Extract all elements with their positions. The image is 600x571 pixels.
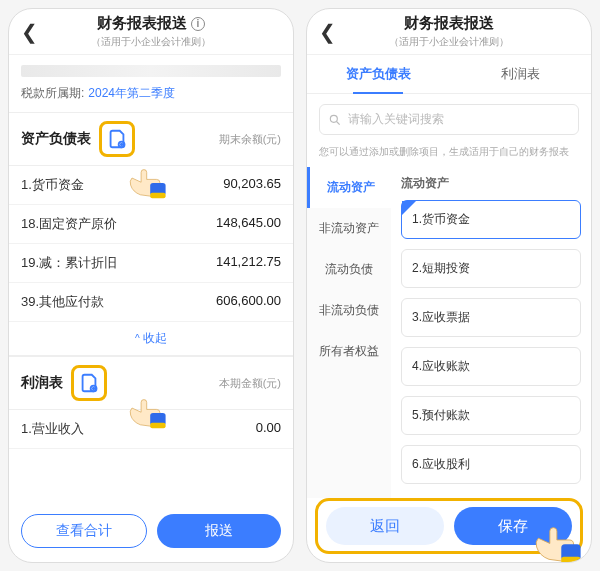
submit-button[interactable]: 报送 [157,514,281,548]
page-subtitle: （适用于小企业会计准则） [91,35,211,49]
info-icon[interactable]: i [191,17,205,31]
svg-point-6 [330,115,337,122]
page-title: 财务报表报送 i [97,14,205,33]
collapse-toggle[interactable]: ^ 收起 [9,322,293,356]
option-item[interactable]: 3.应收票据 [401,298,581,337]
phone-right: ❮ 财务报表报送 （适用于小企业会计准则） 资产负债表 利润表 请输入关键词搜索… [306,8,592,563]
back-icon[interactable]: ❮ [21,20,38,44]
page-subtitle: （适用于小企业会计准则） [389,35,509,49]
svg-rect-8 [561,544,580,560]
profit-title: 利润表 [21,374,63,392]
group-title: 流动资产 [391,169,591,200]
category-item[interactable]: 流动资产 [307,167,391,208]
edit-balance-icon[interactable] [99,121,135,157]
profit-header: 利润表 本期金额(元) [9,356,293,410]
bottom-bar: 查看合计 报送 [9,504,293,562]
edit-profit-icon[interactable] [71,365,107,401]
view-total-button[interactable]: 查看合计 [21,514,147,548]
table-row: 39.其他应付款606,600.00 [9,283,293,322]
option-item[interactable]: 2.短期投资 [401,249,581,288]
balance-col-head: 期末余额(元) [219,132,281,147]
search-input[interactable]: 请输入关键词搜索 [319,104,579,135]
category-item[interactable]: 非流动负债 [307,290,391,331]
balance-sheet-title: 资产负债表 [21,130,91,148]
table-row: 1.货币资金90,203.65 [9,166,293,205]
category-item[interactable]: 所有者权益 [307,331,391,372]
table-row: 1.营业收入0.00 [9,410,293,449]
option-item[interactable]: 5.预付账款 [401,396,581,435]
page-title: 财务报表报送 [404,14,494,33]
profit-col-head: 本期金额(元) [219,376,281,391]
header: ❮ 财务报表报送 （适用于小企业会计准则） [307,9,591,55]
tax-period: 税款所属期:2024年第二季度 [9,81,293,112]
option-item[interactable]: 4.应收账款 [401,347,581,386]
action-highlight: 返回 保存 [315,498,583,554]
category-nav: 流动资产非流动资产流动负债非流动负债所有者权益 [307,167,391,498]
phone-left: ❮ 财务报表报送 i （适用于小企业会计准则） 税款所属期:2024年第二季度 … [8,8,294,563]
svg-rect-9 [561,557,580,563]
search-icon [328,113,342,127]
category-item[interactable]: 非流动资产 [307,208,391,249]
back-icon[interactable]: ❮ [319,20,336,44]
svg-line-7 [337,121,340,124]
tabs: 资产负债表 利润表 [307,55,591,94]
table-row: 19.减：累计折旧141,212.75 [9,244,293,283]
save-button[interactable]: 保存 [454,507,572,545]
tab-profit[interactable]: 利润表 [449,55,591,93]
hint-text: 您可以通过添加或删除项目，生成适用于自己的财务报表 [307,145,591,167]
redacted-company [21,65,281,77]
back-button[interactable]: 返回 [326,507,444,545]
balance-sheet-header: 资产负债表 期末余额(元) [9,112,293,166]
option-item[interactable]: 1.货币资金 [401,200,581,239]
header: ❮ 财务报表报送 i （适用于小企业会计准则） [9,9,293,55]
category-item[interactable]: 流动负债 [307,249,391,290]
tab-balance-sheet[interactable]: 资产负债表 [307,55,449,93]
table-row: 18.固定资产原价148,645.00 [9,205,293,244]
search-placeholder: 请输入关键词搜索 [348,111,444,128]
option-item[interactable]: 6.应收股利 [401,445,581,484]
option-list: 流动资产 1.货币资金2.短期投资3.应收票据4.应收账款5.预付账款6.应收股… [391,167,591,498]
